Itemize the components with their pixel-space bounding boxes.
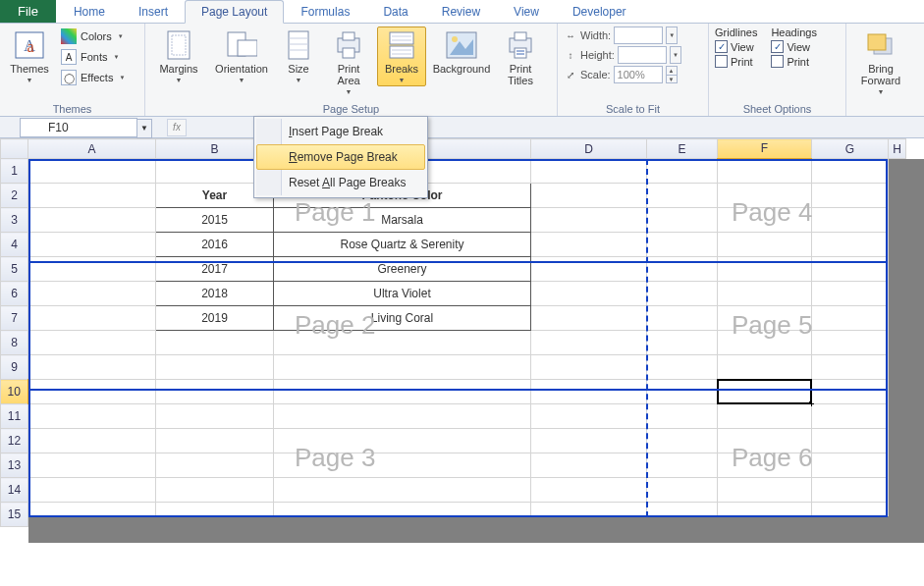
menu-item-label: Remove Page Break (289, 150, 398, 164)
bring-forward-button[interactable]: Bring Forward ▼ (852, 27, 909, 98)
row-header[interactable]: 14 (1, 478, 28, 503)
ribbon-tabs: File Home Insert Page Layout Formulas Da… (0, 0, 924, 24)
effects-button[interactable]: ◯ Effects ▼ (57, 68, 129, 87)
print-titles-button[interactable]: Print Titles (497, 27, 544, 89)
tab-view[interactable]: View (497, 0, 556, 23)
chevron-down-icon[interactable]: ▼ (666, 27, 678, 44)
scale-spinner[interactable]: ▲▼ (666, 66, 678, 83)
row-header[interactable]: 7 (1, 306, 28, 331)
height-input[interactable] (618, 46, 667, 64)
headings-print-label: Print (787, 56, 809, 68)
group-title-sheet-options: Sheet Options (715, 102, 840, 115)
menu-insert-page-break[interactable]: Insert Page Break (256, 119, 425, 144)
row-header[interactable]: 6 (1, 282, 28, 306)
chevron-down-icon: ▼ (114, 54, 120, 60)
svg-rect-25 (515, 48, 526, 58)
headings-view[interactable]: ✓ View (771, 40, 816, 53)
headings-print[interactable]: Print (771, 55, 816, 68)
row-header[interactable]: 2 (1, 184, 28, 208)
gridlines-print[interactable]: Print (715, 55, 757, 68)
tab-formulas[interactable]: Formulas (284, 0, 366, 23)
table-cell[interactable]: Marsala (274, 208, 531, 233)
print-area-button[interactable]: Print Area ▼ (324, 27, 373, 98)
size-button[interactable]: Size ▼ (277, 27, 320, 86)
fonts-icon: A (61, 49, 77, 65)
menu-remove-page-break[interactable]: Remove Page Break (256, 144, 425, 170)
chevron-down-icon: ▼ (27, 77, 33, 83)
svg-text:a: a (27, 38, 33, 55)
chevron-down-icon[interactable]: ▼ (136, 119, 152, 138)
name-box[interactable]: F10 ▼ (20, 118, 137, 137)
table-cell[interactable]: 2017 (156, 257, 274, 282)
print-area-label: Print Area (337, 63, 359, 86)
row-header[interactable]: 10 (1, 380, 28, 404)
chevron-down-icon: ▼ (118, 33, 124, 39)
group-scale-to-fit: ↔ Width: ▼ ↕ Height: ▼ ⤢ Scale: ▲▼ Scale… (558, 24, 709, 116)
worksheet[interactable]: A B C D E F G H 1 2 Year Pantone Color 3… (0, 138, 924, 586)
breaks-menu: Insert Page Break Remove Page Break Rese… (253, 116, 428, 198)
table-cell[interactable]: 2015 (156, 208, 274, 233)
table-cell[interactable]: Greenery (274, 257, 531, 282)
size-icon (283, 29, 314, 61)
table-cell[interactable]: Rose Quartz & Serenity (274, 233, 531, 257)
table-cell[interactable]: Ultra Violet (274, 282, 531, 306)
row-header[interactable]: 13 (1, 453, 28, 478)
chevron-down-icon: ▼ (346, 88, 353, 95)
effects-label: Effects (81, 72, 113, 83)
tab-home[interactable]: Home (57, 0, 122, 23)
select-all-triangle[interactable] (1, 139, 28, 159)
orientation-button[interactable]: Orientation ▼ (210, 27, 273, 86)
fonts-button[interactable]: A Fonts ▼ (57, 47, 129, 67)
selected-cell[interactable] (718, 380, 812, 404)
themes-button[interactable]: Aa Themes ▼ (6, 27, 53, 86)
tab-file[interactable]: File (0, 0, 57, 23)
menu-reset-all-page-breaks[interactable]: Reset All Page Breaks (256, 170, 425, 195)
col-header-D[interactable]: D (531, 139, 647, 159)
background-button[interactable]: Background (430, 27, 493, 78)
row-header[interactable]: 9 (1, 355, 28, 380)
tab-insert[interactable]: Insert (122, 0, 185, 23)
row-header[interactable]: 1 (1, 159, 28, 184)
row-header[interactable]: 3 (1, 208, 28, 233)
gray-area-right (889, 159, 924, 543)
row-header[interactable]: 8 (1, 331, 28, 355)
margins-icon (163, 29, 194, 61)
print-titles-label: Print Titles (508, 63, 533, 86)
name-box-value: F10 (48, 121, 69, 134)
fx-insert-function[interactable]: fx (167, 119, 187, 136)
col-header-H[interactable]: H (889, 139, 906, 159)
tab-page-layout[interactable]: Page Layout (185, 0, 284, 24)
colors-label: Colors (81, 30, 112, 42)
colors-button[interactable]: Colors ▼ (57, 27, 129, 46)
row-header[interactable]: 12 (1, 429, 28, 453)
col-header-F[interactable]: F (718, 139, 812, 159)
margins-button[interactable]: Margins ▼ (151, 27, 206, 86)
row-header[interactable]: 11 (1, 404, 28, 429)
col-header-G[interactable]: G (812, 139, 889, 159)
background-icon (446, 29, 477, 61)
table-cell[interactable]: 2016 (156, 233, 274, 257)
width-input[interactable] (614, 27, 663, 44)
svg-rect-15 (390, 46, 413, 58)
row-header[interactable]: 15 (1, 503, 28, 527)
col-header-E[interactable]: E (647, 139, 718, 159)
height-icon: ↕ (564, 48, 577, 62)
col-header-A[interactable]: A (28, 139, 156, 159)
row-header[interactable]: 5 (1, 257, 28, 282)
chevron-down-icon[interactable]: ▼ (670, 46, 681, 64)
gridlines-view[interactable]: ✓ View (715, 40, 757, 53)
group-sheet-options: Gridlines ✓ View Print Headings ✓ View (709, 24, 846, 116)
table-cell[interactable]: 2018 (156, 282, 274, 306)
row-header[interactable]: 4 (1, 233, 28, 257)
tab-review[interactable]: Review (425, 0, 497, 23)
grid[interactable]: A B C D E F G H 1 2 Year Pantone Color 3… (0, 138, 906, 527)
group-arrange: Bring Forward ▼ (846, 24, 915, 116)
themes-icon: Aa (14, 29, 45, 61)
tab-data[interactable]: Data (366, 0, 424, 23)
breaks-button[interactable]: Breaks ▼ (377, 27, 426, 86)
table-cell[interactable]: Living Coral (274, 306, 531, 331)
chevron-down-icon: ▼ (296, 77, 302, 83)
scale-input[interactable] (614, 66, 663, 83)
tab-developer[interactable]: Developer (556, 0, 643, 23)
table-cell[interactable]: 2019 (156, 306, 274, 331)
